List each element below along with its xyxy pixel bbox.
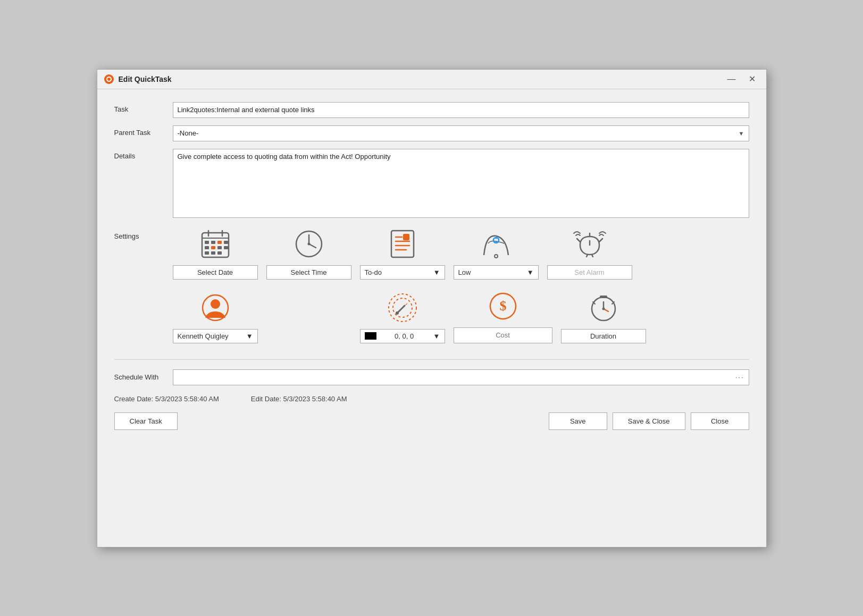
parent-task-row: Parent Task -None- ▼ [114, 125, 749, 141]
color-swatch [365, 332, 376, 340]
svg-rect-7 [205, 241, 209, 244]
person-icon [198, 291, 232, 325]
cost-input[interactable] [454, 327, 552, 343]
close-dialog-button[interactable]: Close [691, 412, 749, 430]
task-row: Task [114, 102, 749, 118]
details-label: Details [114, 149, 173, 160]
select-time-item: Select Time [266, 227, 351, 280]
svg-rect-10 [224, 241, 228, 244]
duration-icon [586, 291, 621, 325]
schedule-input-wrap[interactable]: ··· [173, 369, 749, 385]
svg-rect-15 [205, 251, 209, 255]
create-date: Create Date: 5/3/2023 5:58:40 AM [114, 395, 219, 403]
details-field-wrap: Give complete access to quoting data fro… [173, 149, 749, 220]
svg-rect-22 [391, 231, 414, 257]
select-date-item: Select Date [173, 227, 258, 280]
dialog-title: Edit QuickTask [119, 75, 719, 83]
svg-rect-51 [600, 296, 607, 298]
task-label: Task [114, 102, 173, 113]
dialog-body: Task Parent Task -None- ▼ Details Give c… [97, 89, 766, 547]
todo-icon [386, 227, 420, 261]
svg-text:$: $ [499, 298, 506, 314]
color-picker-icon [386, 291, 420, 325]
select-date-button[interactable]: Select Date [173, 265, 258, 280]
calendar-icon [198, 227, 232, 261]
color-item: 0, 0, 0 ▼ [360, 291, 445, 343]
edit-quicktask-dialog: Edit QuickTask — ✕ Task Parent Task -Non… [97, 69, 767, 547]
save-button[interactable]: Save [549, 412, 607, 430]
dates-section: Create Date: 5/3/2023 5:58:40 AM Edit Da… [114, 395, 749, 403]
save-close-button[interactable]: Save & Close [613, 412, 685, 430]
cost-item: $ [454, 289, 552, 343]
app-icon [104, 74, 114, 85]
task-input[interactable] [173, 102, 749, 118]
close-button[interactable]: ✕ [744, 74, 760, 85]
alarm-item: Set Alarm [547, 227, 632, 280]
svg-rect-16 [211, 251, 215, 255]
svg-rect-9 [217, 241, 222, 244]
duration-item: Duration [561, 291, 646, 343]
schedule-label: Schedule With [114, 373, 173, 381]
svg-rect-13 [217, 246, 222, 249]
svg-point-44 [396, 311, 399, 315]
settings-row-2: Kenneth Quigley ▼ [173, 289, 749, 343]
details-row: Details Give complete access to quoting … [114, 149, 749, 220]
settings-label: Settings [114, 227, 173, 240]
priority-item: Low ▼ [454, 227, 539, 280]
svg-rect-11 [205, 246, 209, 249]
schedule-section: Schedule With ··· [114, 369, 749, 385]
clear-task-button[interactable]: Clear Task [114, 412, 178, 430]
svg-point-28 [495, 255, 498, 258]
settings-row: Settings [114, 227, 749, 343]
select-time-button[interactable]: Select Time [266, 265, 351, 280]
parent-task-dropdown[interactable]: -None- ▼ [173, 125, 749, 141]
todo-arrow-icon: ▼ [433, 268, 440, 276]
details-textarea[interactable]: Give complete access to quoting data fro… [173, 149, 749, 218]
parent-task-field-wrap: -None- ▼ [173, 125, 749, 141]
svg-point-21 [307, 242, 310, 245]
svg-point-50 [602, 307, 605, 310]
footer-right-buttons: Save Save & Close Close [549, 412, 749, 430]
duration-button[interactable]: Duration [561, 329, 646, 343]
assignee-arrow-icon: ▼ [246, 332, 253, 340]
minimize-button[interactable]: — [723, 74, 740, 85]
svg-rect-14 [224, 246, 228, 249]
schedule-ellipsis: ··· [735, 373, 744, 381]
svg-marker-43 [405, 302, 409, 306]
priority-dropdown[interactable]: Low ▼ [454, 265, 539, 280]
svg-rect-17 [217, 251, 222, 255]
svg-rect-27 [403, 234, 409, 240]
svg-rect-4 [202, 238, 229, 239]
settings-grid: Select Date [173, 227, 749, 343]
color-dropdown[interactable]: 0, 0, 0 ▼ [360, 329, 445, 343]
settings-section: Settings [114, 227, 749, 343]
svg-rect-8 [211, 241, 215, 244]
svg-line-33 [577, 239, 580, 242]
assignee-item: Kenneth Quigley ▼ [173, 291, 258, 343]
svg-point-2 [107, 78, 111, 81]
parent-task-label: Parent Task [114, 125, 173, 137]
title-bar: Edit QuickTask — ✕ [97, 70, 766, 89]
parent-task-arrow-icon: ▼ [739, 130, 744, 137]
parent-task-value: -None- [178, 129, 199, 137]
todo-dropdown[interactable]: To-do ▼ [360, 265, 445, 280]
alarm-icon [573, 227, 607, 261]
divider [114, 359, 749, 360]
svg-rect-12 [211, 246, 215, 249]
todo-item: To-do ▼ [360, 227, 445, 280]
svg-line-34 [599, 239, 602, 242]
priority-arrow-icon: ▼ [527, 268, 534, 276]
assignee-dropdown[interactable]: Kenneth Quigley ▼ [173, 329, 258, 343]
settings-row-1: Select Date [173, 227, 749, 280]
footer-buttons: Clear Task Save Save & Close Close [114, 412, 749, 430]
edit-date: Edit Date: 5/3/2023 5:58:40 AM [251, 395, 347, 403]
set-alarm-button[interactable]: Set Alarm [547, 265, 632, 280]
priority-icon [479, 227, 513, 261]
clock-icon [292, 227, 326, 261]
cost-icon: $ [486, 289, 520, 323]
task-field-wrap [173, 102, 749, 118]
svg-point-39 [211, 299, 220, 309]
color-arrow-icon: ▼ [433, 332, 440, 340]
